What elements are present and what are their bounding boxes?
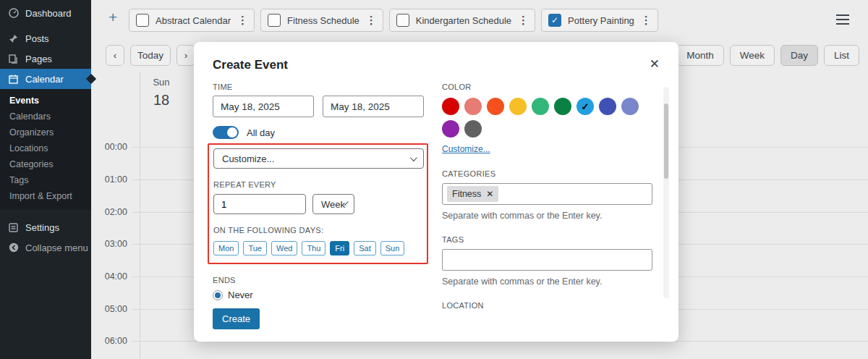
add-calendar-button[interactable]: + xyxy=(109,9,117,25)
calendar-chip-kindergarten[interactable]: Kindergarten Schedule ⋮ xyxy=(389,9,535,32)
hour-label: 01:00 xyxy=(100,174,127,185)
sidebar-item-events[interactable]: Events xyxy=(0,93,91,109)
calendar-chip-pottery[interactable]: ✓ Pottery Painting ⋮ xyxy=(541,9,658,32)
sidebar-item-label: Posts xyxy=(25,33,49,44)
close-icon[interactable]: ✕ xyxy=(650,56,660,72)
modal-scrollbar-thumb[interactable] xyxy=(664,104,668,179)
color-swatch-red[interactable] xyxy=(442,98,459,115)
color-swatch-dark-green[interactable] xyxy=(554,98,571,115)
recurrence-frequency-value: Customize... xyxy=(222,153,274,164)
sidebar-item-settings[interactable]: Settings xyxy=(0,217,91,237)
day-pill-sun[interactable]: Sun xyxy=(380,241,405,255)
hour-label: 06:00 xyxy=(100,336,127,346)
tags-input[interactable] xyxy=(442,249,652,271)
today-button[interactable]: Today xyxy=(130,45,171,66)
day-pill-mon[interactable]: Mon xyxy=(213,241,239,255)
sidebar-item-import-export[interactable]: Import & Export xyxy=(0,188,91,204)
sidebar-item-label: Dashboard xyxy=(25,8,72,19)
prev-day-button[interactable]: ‹ xyxy=(106,45,124,66)
calendar-checkbox-checked[interactable]: ✓ xyxy=(548,14,561,27)
event-form-right-column: COLOR ✓ Customize... CATEGORIES Fitness … xyxy=(442,83,652,310)
ends-never-label: Never xyxy=(228,290,253,300)
create-button[interactable]: Create xyxy=(213,308,260,329)
calendar-chip-label: Pottery Painting xyxy=(568,15,634,26)
calendar-submenu: Events Calendars Organizers Locations Ca… xyxy=(0,89,91,210)
next-day-button[interactable]: › xyxy=(176,45,195,66)
calendar-chip-abstract[interactable]: Abstract Calendar ⋮ xyxy=(129,9,255,32)
days-of-week-group: Mon Tue Wed Thu Fri Sat Sun xyxy=(213,241,422,255)
sidebar-item-calendars[interactable]: Calendars xyxy=(0,109,91,124)
view-day-button[interactable]: Day xyxy=(780,45,818,66)
calendar-chip-label: Kindergarten Schedule xyxy=(416,15,511,26)
categories-input[interactable]: Fitness ✕ xyxy=(442,183,652,205)
modal-scrollbar-track xyxy=(663,87,669,298)
day-pill-fri[interactable]: Fri xyxy=(330,241,349,255)
color-swatch-yellow[interactable] xyxy=(509,98,527,115)
sidebar-item-pages[interactable]: Pages xyxy=(0,48,91,69)
chevron-down-icon xyxy=(410,154,417,161)
calendar-chip-label: Abstract Calendar xyxy=(156,15,231,26)
sidebar-item-dashboard[interactable]: Dashboard xyxy=(0,2,91,24)
hour-label: 02:00 xyxy=(100,207,127,217)
recurrence-frequency-select[interactable]: Customize... xyxy=(213,148,424,169)
sidebar-item-label: Collapse menu xyxy=(25,242,88,253)
sidebar-item-categories[interactable]: Categories xyxy=(0,156,91,172)
kebab-menu-icon[interactable]: ⋮ xyxy=(641,14,652,27)
view-week-button[interactable]: Week xyxy=(730,45,775,66)
check-icon: ✓ xyxy=(582,101,590,112)
day-pill-tue[interactable]: Tue xyxy=(243,241,267,255)
time-label: TIME xyxy=(213,83,424,91)
kebab-menu-icon[interactable]: ⋮ xyxy=(518,14,529,27)
color-swatch-green[interactable] xyxy=(532,98,549,115)
view-month-button[interactable]: Month xyxy=(676,45,724,66)
color-swatch-light-blue-selected[interactable]: ✓ xyxy=(576,98,594,115)
sidebar-item-locations[interactable]: Locations xyxy=(0,140,91,156)
all-day-label: All day xyxy=(247,127,275,138)
calendar-checkbox[interactable] xyxy=(396,14,409,27)
kebab-menu-icon[interactable]: ⋮ xyxy=(366,14,377,27)
calendar-icon xyxy=(8,74,19,85)
calendar-checkbox[interactable] xyxy=(136,14,149,27)
end-date-input[interactable] xyxy=(323,96,424,117)
day-pill-wed[interactable]: Wed xyxy=(271,241,297,255)
calendar-chip-fitness[interactable]: Fitness Schedule ⋮ xyxy=(260,9,383,32)
day-pill-thu[interactable]: Thu xyxy=(302,241,326,255)
color-swatch-row-2 xyxy=(442,120,652,138)
admin-sidebar: Dashboard Posts Pages Calendar Events Ca… xyxy=(0,0,91,359)
menu-icon[interactable] xyxy=(836,14,849,28)
all-day-toggle[interactable] xyxy=(213,126,239,139)
calendar-checkbox[interactable] xyxy=(268,14,281,27)
start-date-input[interactable] xyxy=(213,96,314,117)
ends-never-radio[interactable] xyxy=(213,290,223,300)
categories-helper-text: Separate with commas or the Enter key. xyxy=(442,211,652,221)
day-number-label: 18 xyxy=(140,92,183,109)
calendar-chip-bar: Abstract Calendar ⋮ Fitness Schedule ⋮ K… xyxy=(129,9,658,32)
sidebar-item-tags[interactable]: Tags xyxy=(0,172,91,188)
repeat-interval-input[interactable] xyxy=(213,194,306,214)
remove-category-icon[interactable]: ✕ xyxy=(486,189,493,199)
day-pill-sat[interactable]: Sat xyxy=(354,241,376,255)
categories-label: CATEGORIES xyxy=(442,169,652,178)
view-switcher: Month Week Day List xyxy=(676,45,859,66)
view-list-button[interactable]: List xyxy=(824,45,859,66)
sidebar-item-collapse-menu[interactable]: Collapse menu xyxy=(0,237,91,258)
recurrence-highlight-box: Customize... REPEAT EVERY Week ON THE FO… xyxy=(208,143,428,264)
color-swatch-lavender[interactable] xyxy=(621,98,639,115)
sidebar-item-organizers[interactable]: Organizers xyxy=(0,124,91,140)
pages-icon xyxy=(8,54,19,64)
hour-label: 03:00 xyxy=(100,239,127,249)
color-customize-link[interactable]: Customize... xyxy=(442,144,490,154)
color-swatch-purple[interactable] xyxy=(442,120,459,138)
sidebar-item-posts[interactable]: Posts xyxy=(0,28,91,48)
tags-label: TAGS xyxy=(442,235,652,244)
sidebar-item-calendar[interactable]: Calendar xyxy=(0,69,91,89)
repeat-unit-select[interactable]: Week xyxy=(312,194,354,214)
sidebar-item-label: Settings xyxy=(25,222,59,233)
kebab-menu-icon[interactable]: ⋮ xyxy=(237,14,248,27)
color-swatch-flamingo[interactable] xyxy=(464,98,482,115)
color-swatch-gray[interactable] xyxy=(464,120,482,138)
color-swatch-orange[interactable] xyxy=(487,98,504,115)
color-swatch-blue[interactable] xyxy=(599,98,616,115)
pin-icon xyxy=(8,33,19,44)
category-chip-fitness: Fitness ✕ xyxy=(447,186,498,202)
